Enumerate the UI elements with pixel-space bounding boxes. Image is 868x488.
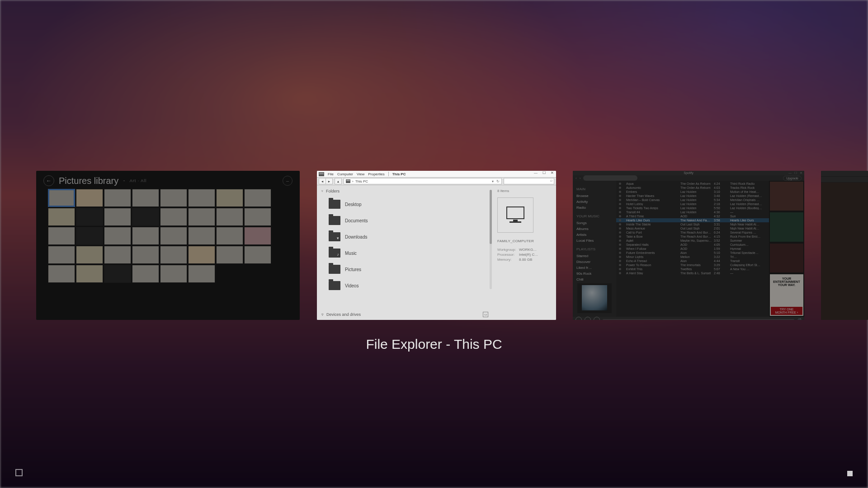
nav-up-button[interactable]: ▲ bbox=[335, 178, 342, 184]
folder-item-desktop[interactable]: Desktop bbox=[329, 196, 489, 212]
menu-view[interactable]: View bbox=[357, 172, 364, 176]
thumbnail[interactable] bbox=[160, 246, 187, 264]
thumbnail[interactable] bbox=[48, 189, 75, 207]
thumbnail[interactable] bbox=[48, 265, 75, 283]
track-add-icon[interactable] bbox=[619, 264, 621, 266]
poster-thumbnail[interactable] bbox=[770, 212, 803, 241]
ad-block[interactable]: YOUR ENTERTAINMENT YOUR WAY. TRY ONE MON… bbox=[770, 274, 803, 316]
track-add-icon[interactable] bbox=[619, 268, 621, 270]
task-card-partial[interactable] bbox=[821, 171, 868, 320]
folder-item-downloads[interactable]: ▾Downloads bbox=[329, 229, 489, 245]
track-add-icon[interactable] bbox=[619, 252, 621, 254]
track-row[interactable]: Inside The StableOut Last Sigh3:31Nigh N… bbox=[616, 222, 769, 226]
thumbnail[interactable] bbox=[244, 208, 271, 226]
track-add-icon[interactable] bbox=[619, 223, 621, 225]
track-row[interactable]: Exhibit ThisTwelfies5:07A New You … bbox=[616, 267, 769, 271]
thumbnail[interactable] bbox=[76, 227, 103, 245]
thumbnail[interactable] bbox=[160, 208, 187, 226]
sidebar-item[interactable]: Songs bbox=[576, 220, 613, 226]
thumbnail[interactable] bbox=[188, 189, 215, 207]
system-icon[interactable] bbox=[319, 172, 324, 176]
track-add-icon[interactable] bbox=[619, 191, 621, 193]
thumbnail[interactable] bbox=[132, 246, 159, 264]
track-add-icon[interactable] bbox=[619, 183, 621, 185]
menu-computer[interactable]: Computer bbox=[337, 172, 353, 176]
track-add-icon[interactable] bbox=[619, 256, 621, 258]
menu-properties[interactable]: Properties bbox=[368, 172, 384, 176]
track-add-icon[interactable] bbox=[619, 248, 621, 250]
address-bar[interactable]: › This PC ▾↻ bbox=[344, 178, 502, 184]
back-button[interactable]: ← bbox=[43, 175, 54, 186]
task-card-music-player[interactable]: Spotify —☐✕ ‹ › Upgrade MAIN BrowseActiv… bbox=[573, 171, 804, 320]
track-add-icon[interactable] bbox=[619, 215, 621, 217]
track-row[interactable]: AquaThe Order As Reborn4:24Third Rock Ra… bbox=[616, 182, 769, 186]
prev-button[interactable] bbox=[576, 317, 582, 320]
multitask-hint-left[interactable] bbox=[15, 469, 23, 476]
poster-thumbnail[interactable] bbox=[770, 244, 803, 272]
track-row[interactable]: Meridian – Bold CanvasLaz Holden5:34Meri… bbox=[616, 198, 769, 202]
sidebar-item[interactable]: Liked fr… bbox=[576, 265, 613, 271]
track-add-icon[interactable] bbox=[619, 239, 621, 242]
folder-item-pictures[interactable]: Pictures bbox=[329, 261, 489, 277]
progress-bar[interactable] bbox=[603, 319, 794, 320]
maximize-button[interactable]: ☐ bbox=[542, 171, 546, 175]
track-add-icon[interactable] bbox=[619, 211, 621, 213]
now-playing[interactable] bbox=[577, 283, 612, 313]
sidebar-item[interactable]: Local Files bbox=[576, 238, 613, 244]
drives-section-header[interactable]: ▿ Devices and drives ▭ bbox=[321, 312, 488, 317]
track-row[interactable]: Separated HallsAOD4:05Curriculum… bbox=[616, 243, 769, 247]
thumbnail[interactable] bbox=[160, 227, 187, 245]
menu-file[interactable]: File bbox=[328, 172, 334, 176]
thumbnail[interactable] bbox=[104, 246, 131, 264]
track-row[interactable]: Mass AvenueOut Last Sigh2:01Nigh Near Ha… bbox=[616, 226, 769, 230]
thumbnail[interactable] bbox=[216, 189, 243, 207]
collapse-icon[interactable]: ▭ bbox=[483, 312, 488, 317]
nav-forward-button[interactable]: ► bbox=[326, 178, 333, 184]
track-row[interactable]: Hotel LobbyLaz Holden2:18Laz Holden (Rem… bbox=[616, 202, 769, 206]
thumbnail[interactable] bbox=[104, 208, 131, 226]
thumbnail[interactable] bbox=[104, 265, 131, 283]
sidebar-item[interactable]: Browse bbox=[576, 193, 613, 199]
thumbnail[interactable] bbox=[48, 227, 75, 245]
play-button[interactable] bbox=[585, 317, 591, 320]
sidebar-item[interactable]: Chill bbox=[576, 277, 613, 282]
minimize-button[interactable]: — bbox=[788, 171, 792, 175]
nav-back-icon[interactable]: ‹ bbox=[576, 176, 577, 180]
track-row[interactable]: AgletMaybe Ho, Supernov…3:52Summer bbox=[616, 239, 769, 243]
track-row[interactable]: Future EmbedmentsAlon5:10Tritonal Specta… bbox=[616, 251, 769, 255]
thumbnail[interactable] bbox=[244, 227, 271, 245]
search-input[interactable] bbox=[504, 178, 554, 184]
track-row[interactable]: Echo A ThreadAlon4:44Transit bbox=[616, 259, 769, 263]
thumbnail[interactable] bbox=[132, 189, 159, 207]
track-row[interactable]: Take a BowThe Reach And Borders4:15Rock … bbox=[616, 235, 769, 239]
music-search-input[interactable] bbox=[583, 175, 637, 181]
task-card-pictures[interactable]: ← Pictures library · Art · All – bbox=[36, 171, 300, 320]
close-button[interactable]: ✕ bbox=[550, 171, 554, 175]
nav-back-button[interactable]: ◄ bbox=[319, 178, 326, 184]
thumbnail[interactable] bbox=[216, 246, 243, 264]
thumbnail[interactable] bbox=[188, 246, 215, 264]
thumbnail[interactable] bbox=[76, 246, 103, 264]
track-add-icon[interactable] bbox=[619, 207, 621, 209]
poster-thumbnail[interactable] bbox=[770, 182, 803, 211]
thumbnail[interactable] bbox=[132, 265, 159, 283]
volume-icon[interactable]: 🔊 bbox=[797, 318, 802, 320]
task-card-file-explorer[interactable]: File Computer View Properties This PC — … bbox=[317, 171, 556, 320]
track-add-icon[interactable] bbox=[619, 199, 621, 201]
sidebar-item[interactable]: Activity bbox=[576, 199, 613, 205]
thumbnail[interactable] bbox=[76, 208, 103, 226]
track-row[interactable]: EmbersLaz Holden3:10Motion of the Heat… bbox=[616, 190, 769, 194]
thumbnail[interactable] bbox=[48, 246, 75, 264]
track-row[interactable]: Hearts Like OursThe Naked And Famous3:58… bbox=[616, 218, 769, 222]
track-row[interactable]: A Hard StayThe Bells & L. Sunset2:48— bbox=[616, 271, 769, 275]
track-add-icon[interactable] bbox=[619, 260, 621, 262]
track-add-icon[interactable] bbox=[619, 219, 621, 221]
track-row[interactable]: Transit #4Laz Holden4:36— bbox=[616, 210, 769, 214]
track-row[interactable]: A Third TimeAOD4:32Sun bbox=[616, 214, 769, 218]
folder-item-videos[interactable]: Videos bbox=[329, 277, 489, 294]
thumbnail[interactable] bbox=[244, 246, 271, 264]
sidebar-item[interactable]: 90s Rock bbox=[576, 271, 613, 277]
track-row[interactable]: Call to PortThe Reach And Borders6:24Sev… bbox=[616, 230, 769, 235]
track-add-icon[interactable] bbox=[619, 231, 621, 234]
folder-item-documents[interactable]: Documents bbox=[329, 212, 489, 229]
